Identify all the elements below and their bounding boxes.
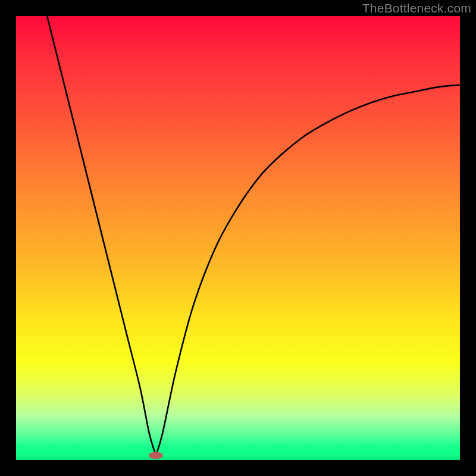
minimum-marker bbox=[149, 452, 163, 459]
curve-left-branch bbox=[47, 16, 156, 456]
curve-right-branch bbox=[156, 85, 460, 456]
watermark-text: TheBottleneck.com bbox=[362, 1, 471, 15]
plot-area bbox=[16, 16, 460, 460]
chart-frame: TheBottleneck.com bbox=[0, 0, 476, 476]
bottleneck-curve bbox=[16, 16, 460, 460]
